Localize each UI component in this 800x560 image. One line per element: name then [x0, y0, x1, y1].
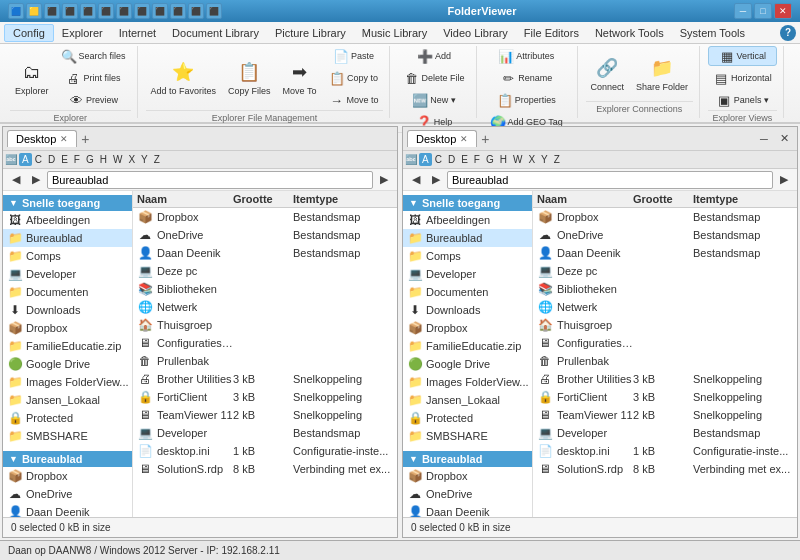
menu-system-tools[interactable]: System Tools	[672, 25, 753, 41]
left-file-dezepc[interactable]: 💻Deze pc	[133, 262, 397, 280]
left-file-dropbox[interactable]: 📦DropboxBestandsmap	[133, 208, 397, 226]
right-tree-item-protected[interactable]: 🔒Protected	[403, 409, 532, 427]
right-tree-bottom-daan[interactable]: 👤Daan Deenik	[403, 503, 532, 517]
menu-video-library[interactable]: Video Library	[435, 25, 516, 41]
left-tree-item-downloads[interactable]: ⬇Downloads	[3, 301, 132, 319]
right-tree-item-bureaublad[interactable]: 📁Bureaublad	[403, 229, 532, 247]
left-pane-tab-close[interactable]: ✕	[60, 134, 68, 144]
right-file-developer[interactable]: 💻DeveloperBestandsmap	[533, 424, 797, 442]
ribbon-btn-attributes[interactable]: 📊 Attributes	[485, 46, 568, 66]
left-file-desktopini[interactable]: 📄desktop.ini1 kBConfiguratie-inste...	[133, 442, 397, 460]
right-file-daandeenik[interactable]: 👤Daan DeenikBestandsmap	[533, 244, 797, 262]
ribbon-btn-moveto[interactable]: ➡ Move To	[278, 57, 322, 99]
left-tree-item-protected[interactable]: 🔒Protected	[3, 409, 132, 427]
right-tree-item-imagesfolder[interactable]: 📁Images FolderView...	[403, 373, 532, 391]
left-tree-item-dropbox[interactable]: 📦Dropbox	[3, 319, 132, 337]
left-tree-item-documenten[interactable]: 📁Documenten	[3, 283, 132, 301]
left-tree-item-smbshare[interactable]: 📁SMBSHARE	[3, 427, 132, 445]
right-tree-item-familieducatie[interactable]: 📁FamilieEducatie.zip	[403, 337, 532, 355]
right-tree-item-smbshare[interactable]: 📁SMBSHARE	[403, 427, 532, 445]
right-tree-item-comps[interactable]: 📁Comps	[403, 247, 532, 265]
menu-internet[interactable]: Internet	[111, 25, 164, 41]
maximize-button[interactable]: □	[754, 3, 772, 19]
right-col-letter-C[interactable]: C	[432, 153, 445, 166]
ribbon-btn-new[interactable]: 🆕 New ▾	[398, 90, 469, 110]
left-pane-add-tab[interactable]: +	[81, 131, 89, 147]
ribbon-btn-copyfiles[interactable]: 📋 Copy Files	[223, 57, 276, 99]
ribbon-btn-print[interactable]: 🖨 Print files	[56, 68, 131, 88]
left-tree-section-bureaublad[interactable]: ▼ Bureaublad	[3, 451, 132, 467]
left-file-daandeenik[interactable]: 👤Daan DeenikBestandsmap	[133, 244, 397, 262]
right-file-thuisgroep[interactable]: 🏠Thuisgroep	[533, 316, 797, 334]
left-tree-bottom-onedrive[interactable]: ☁OneDrive	[3, 485, 132, 503]
col-letter-F[interactable]: F	[71, 153, 83, 166]
left-go-btn[interactable]: ▶	[375, 171, 393, 189]
left-pane-tab-desktop[interactable]: Desktop ✕	[7, 130, 77, 147]
left-file-onedrive[interactable]: ☁OneDriveBestandsmap	[133, 226, 397, 244]
menu-config[interactable]: Config	[4, 24, 54, 42]
left-tree-bottom-dropbox[interactable]: 📦Dropbox	[3, 467, 132, 485]
right-tree-section-bureaublad[interactable]: ▼ Bureaublad	[403, 451, 532, 467]
right-file-dezepc[interactable]: 💻Deze pc	[533, 262, 797, 280]
col-letter-C[interactable]: C	[32, 153, 45, 166]
left-file-prullenbak[interactable]: 🗑Prullenbak	[133, 352, 397, 370]
right-col-letter-E[interactable]: E	[458, 153, 471, 166]
ribbon-btn-favorites[interactable]: ⭐ Add to Favorites	[146, 57, 222, 99]
right-tree-item-developer[interactable]: 💻Developer	[403, 265, 532, 283]
left-tree-bottom-daan[interactable]: 👤Daan Deenik	[3, 503, 132, 517]
right-col-letter-A[interactable]: A	[419, 153, 432, 166]
menu-document-library[interactable]: Document Library	[164, 25, 267, 41]
right-col-letter-F[interactable]: F	[471, 153, 483, 166]
ribbon-btn-search[interactable]: 🔍 Search files	[56, 46, 131, 66]
left-file-netwerk[interactable]: 🌐Netwerk	[133, 298, 397, 316]
left-file-thuisgroep[interactable]: 🏠Thuisgroep	[133, 316, 397, 334]
col-letter-H[interactable]: H	[97, 153, 110, 166]
help-icon[interactable]: ?	[780, 25, 796, 41]
menu-file-editors[interactable]: File Editors	[516, 25, 587, 41]
right-col-letter-X[interactable]: X	[525, 153, 538, 166]
right-file-solutionsrdp[interactable]: 🖥SolutionS.rdp8 kBVerbinding met ex...	[533, 460, 797, 478]
ribbon-btn-horizontal[interactable]: ▤ Horizontal	[708, 68, 777, 88]
ribbon-btn-move[interactable]: → Move to	[323, 90, 383, 110]
ribbon-btn-preview[interactable]: 👁 Preview	[56, 90, 131, 110]
right-forward-btn[interactable]: ▶	[427, 171, 445, 189]
ribbon-btn-rename[interactable]: ✏ Rename	[485, 68, 568, 88]
right-back-btn[interactable]: ◀	[407, 171, 425, 189]
right-pane-close[interactable]: ✕	[775, 130, 793, 148]
ribbon-btn-paste[interactable]: 📄 Paste	[323, 46, 383, 66]
left-file-developer[interactable]: 💻DeveloperBestandsmap	[133, 424, 397, 442]
ribbon-btn-panels[interactable]: ▣ Panels ▾	[708, 90, 777, 110]
left-file-brother[interactable]: 🖨Brother Utilities3 kBSnelkoppeling	[133, 370, 397, 388]
left-tree-item-bureaublad[interactable]: 📁Bureaublad	[3, 229, 132, 247]
col-letter-X[interactable]: X	[125, 153, 138, 166]
right-tree-item-jansen[interactable]: 📁Jansen_Lokaal	[403, 391, 532, 409]
right-tree-bottom-dropbox[interactable]: 📦Dropbox	[403, 467, 532, 485]
col-letter-G[interactable]: G	[83, 153, 97, 166]
left-file-solutionsrdp[interactable]: 🖥SolutionS.rdp8 kBVerbinding met ex...	[133, 460, 397, 478]
col-letter-W[interactable]: W	[110, 153, 125, 166]
left-tree-item-imagesfolder[interactable]: 📁Images FolderView...	[3, 373, 132, 391]
right-tree-item-afbeeldingen[interactable]: 🖼Afbeeldingen	[403, 211, 532, 229]
right-file-netwerk[interactable]: 🌐Netwerk	[533, 298, 797, 316]
col-letter-Z[interactable]: Z	[151, 153, 163, 166]
right-file-configuratiescherm[interactable]: 🖥Configuratiescherm	[533, 334, 797, 352]
menu-explorer[interactable]: Explorer	[54, 25, 111, 41]
right-address-bar[interactable]: Bureaublad	[447, 171, 773, 189]
left-file-bibliotheken[interactable]: 📚Bibliotheken	[133, 280, 397, 298]
ribbon-btn-vertical[interactable]: ▦ Vertical	[708, 46, 777, 66]
right-file-onedrive[interactable]: ☁OneDriveBestandsmap	[533, 226, 797, 244]
right-file-bibliotheken[interactable]: 📚Bibliotheken	[533, 280, 797, 298]
right-file-desktopini[interactable]: 📄desktop.ini1 kBConfiguratie-inste...	[533, 442, 797, 460]
left-tree-item-developer[interactable]: 💻Developer	[3, 265, 132, 283]
ribbon-btn-copyto[interactable]: 📋 Copy to	[323, 68, 383, 88]
right-go-btn[interactable]: ▶	[775, 171, 793, 189]
right-file-teamviewer[interactable]: 🖥TeamViewer 112 kBSnelkoppeling	[533, 406, 797, 424]
left-tree-item-jansen[interactable]: 📁Jansen_Lokaal	[3, 391, 132, 409]
col-letter-E[interactable]: E	[58, 153, 71, 166]
menu-network-tools[interactable]: Network Tools	[587, 25, 672, 41]
right-file-brother[interactable]: 🖨Brother Utilities3 kBSnelkoppeling	[533, 370, 797, 388]
minimize-button[interactable]: ─	[734, 3, 752, 19]
menu-picture-library[interactable]: Picture Library	[267, 25, 354, 41]
col-letter-Y[interactable]: Y	[138, 153, 151, 166]
col-letter-A[interactable]: A	[19, 153, 32, 166]
